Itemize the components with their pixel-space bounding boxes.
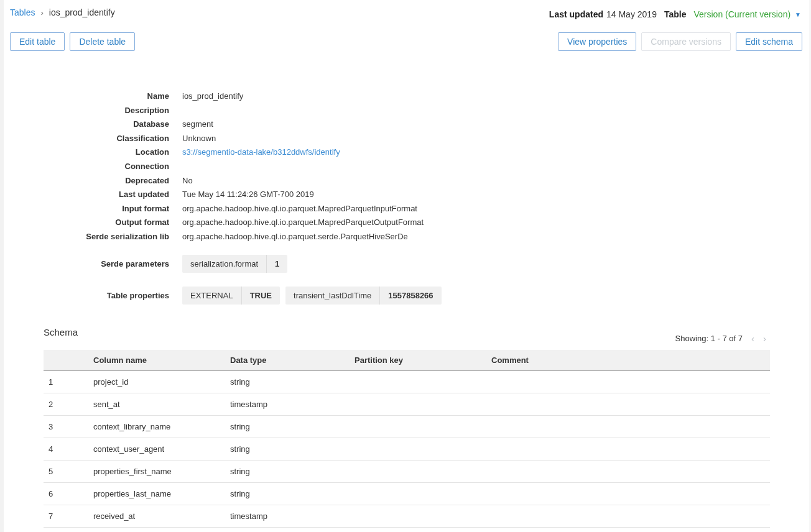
cell-column-name: sent_at — [93, 393, 230, 416]
detail-label: Classification — [10, 132, 169, 146]
schema-table: Column name Data type Partition key Comm… — [44, 350, 770, 528]
detail-row-output-format: Output format org.apache.hadoop.hive.ql.… — [10, 216, 802, 230]
detail-label: Output format — [10, 216, 169, 230]
serde-parameters-label: Serde parameters — [10, 259, 169, 268]
detail-label: Location — [10, 145, 169, 160]
detail-label: Serde serialization lib — [10, 230, 169, 244]
edit-table-button[interactable]: Edit table — [10, 32, 65, 51]
detail-row-serde-lib: Serde serialization lib org.apache.hadoo… — [10, 230, 802, 244]
edit-schema-button[interactable]: Edit schema — [736, 32, 802, 51]
detail-label: Name — [10, 89, 169, 104]
version-dropdown[interactable]: Version (Current version) ▼ — [693, 9, 801, 19]
pagination: Showing: 1 - 7 of 7 ‹ › — [10, 334, 802, 343]
compare-versions-button: Compare versions — [641, 32, 731, 51]
view-properties-button[interactable]: View properties — [558, 32, 636, 51]
top-bar: Tables › ios_prod_identify Last updated … — [10, 7, 802, 19]
chip-key: EXTERNAL — [182, 287, 241, 305]
cell-comment — [491, 438, 770, 461]
cell-row-number: 5 — [44, 461, 93, 483]
detail-value: org.apache.hadoop.hive.ql.io.parquet.Map… — [182, 216, 424, 230]
header-comment: Comment — [491, 350, 770, 371]
cell-row-number: 4 — [44, 438, 93, 461]
header-partition-key: Partition key — [355, 350, 491, 371]
last-updated-value: 14 May 2019 — [606, 9, 657, 19]
cell-row-number: 7 — [44, 505, 93, 528]
cell-column-name: context_library_name — [93, 416, 230, 438]
table-row: 2 sent_at timestamp — [44, 393, 770, 416]
detail-value: org.apache.hadoop.hive.ql.io.parquet.Map… — [182, 202, 417, 216]
table-property-chip: transient_lastDdlTime 1557858266 — [285, 287, 442, 305]
chevron-right-icon[interactable]: › — [763, 334, 766, 343]
detail-value: No — [182, 174, 193, 188]
cell-data-type: string — [230, 416, 355, 438]
cell-row-number: 6 — [44, 483, 93, 505]
breadcrumb-separator-icon: › — [40, 8, 43, 17]
toolbar-right-group: View properties Compare versions Edit sc… — [558, 32, 802, 51]
chip-value: 1557858266 — [380, 287, 441, 305]
detail-value: segment — [182, 117, 213, 132]
detail-label: Last updated — [10, 188, 169, 202]
cell-partition-key — [355, 505, 491, 528]
cell-data-type: string — [230, 483, 355, 505]
detail-label: Deprecated — [10, 174, 169, 188]
cell-data-type: timestamp — [230, 393, 355, 416]
detail-label: Connection — [10, 160, 169, 174]
breadcrumb-current-table: ios_prod_identify — [49, 7, 115, 17]
header-data-type: Data type — [230, 350, 355, 371]
schema-header-row: Column name Data type Partition key Comm… — [44, 350, 770, 371]
header-column-name: Column name — [93, 350, 230, 371]
version-meta-bar: Last updated 14 May 2019 Table Version (… — [549, 7, 802, 19]
table-row: 6 properties_last_name string — [44, 483, 770, 505]
chevron-left-icon[interactable]: ‹ — [751, 334, 754, 343]
cell-comment — [491, 371, 770, 393]
cell-row-number: 1 — [44, 371, 93, 393]
pagination-showing-text: Showing: 1 - 7 of 7 — [675, 334, 743, 343]
chip-key: serialization.format — [182, 255, 266, 273]
table-property-chip: EXTERNAL TRUE — [182, 287, 280, 305]
header-row-number — [44, 350, 93, 371]
detail-value: ios_prod_identify — [182, 89, 243, 104]
detail-label: Description — [10, 104, 169, 118]
last-updated-label: Last updated — [549, 9, 603, 19]
cell-partition-key — [355, 461, 491, 483]
detail-row-deprecated: Deprecated No — [10, 174, 802, 188]
serde-parameter-chip: serialization.format 1 — [182, 255, 287, 273]
detail-row-name: Name ios_prod_identify — [10, 89, 802, 104]
breadcrumb-tables-link[interactable]: Tables — [10, 7, 35, 17]
toolbar: Edit table Delete table View properties … — [10, 32, 802, 51]
detail-row-location: Location s3://segmentio-data-lake/b312dd… — [10, 145, 802, 160]
cell-data-type: string — [230, 371, 355, 393]
cell-data-type: string — [230, 461, 355, 483]
cell-column-name: properties_first_name — [93, 461, 230, 483]
cell-comment — [491, 393, 770, 416]
detail-value: org.apache.hadoop.hive.ql.io.parquet.ser… — [182, 230, 408, 244]
detail-row-connection: Connection — [10, 160, 802, 174]
cell-comment — [491, 416, 770, 438]
cell-partition-key — [355, 371, 491, 393]
cell-comment — [491, 505, 770, 528]
detail-value: Tue May 14 11:24:26 GMT-700 2019 — [182, 188, 314, 202]
cell-column-name: context_user_agent — [93, 438, 230, 461]
table-row: 5 properties_first_name string — [44, 461, 770, 483]
detail-label: Input format — [10, 202, 169, 216]
chip-value: TRUE — [242, 287, 280, 305]
table-row: 4 context_user_agent string — [44, 438, 770, 461]
cell-data-type: string — [230, 438, 355, 461]
cell-column-name: project_id — [93, 371, 230, 393]
cell-partition-key — [355, 393, 491, 416]
detail-row-classification: Classification Unknown — [10, 132, 802, 146]
detail-value: Unknown — [182, 132, 216, 146]
delete-table-button[interactable]: Delete table — [70, 32, 135, 51]
cell-comment — [491, 483, 770, 505]
cell-column-name: properties_last_name — [93, 483, 230, 505]
cell-partition-key — [355, 483, 491, 505]
detail-row-input-format: Input format org.apache.hadoop.hive.ql.i… — [10, 202, 802, 216]
detail-row-description: Description — [10, 104, 802, 118]
table-type-label: Table — [664, 9, 687, 19]
location-s3-link[interactable]: s3://segmentio-data-lake/b312ddwfs/ident… — [182, 147, 340, 157]
table-properties-row: Table properties EXTERNAL TRUE transient… — [10, 287, 802, 305]
toolbar-left-group: Edit table Delete table — [10, 32, 135, 51]
table-details-list: Name ios_prod_identify Description Datab… — [10, 89, 802, 244]
table-row: 1 project_id string — [44, 371, 770, 393]
chevron-down-icon: ▼ — [795, 11, 801, 18]
